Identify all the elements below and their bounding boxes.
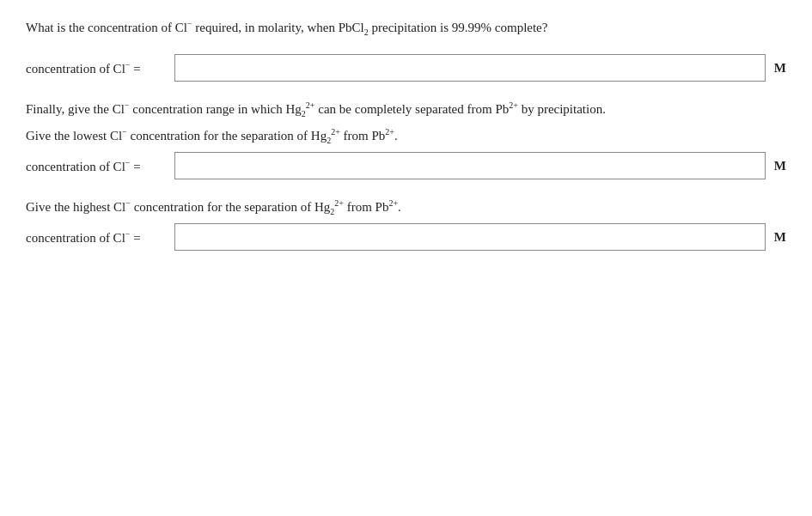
pb-sup-low: 2+ [385, 127, 394, 137]
pb-sup-2intro: 2+ [509, 100, 518, 110]
q3-high-input-label: concentration of Cl− = [26, 229, 168, 246]
q3-high-unit: M [772, 230, 786, 245]
hg2-sub: 2 [302, 109, 306, 118]
q2-lowest-answer-input[interactable] [174, 152, 766, 179]
cl-sup-high: − [125, 198, 131, 208]
hg2-sup-low: 2+ [331, 127, 340, 137]
q1-cl-sup: − [125, 60, 131, 70]
question-2-intro-text: Finally, give the Cl− concentration rang… [26, 99, 786, 120]
question-3-block: Give the highest Cl− concentration for t… [26, 197, 786, 218]
q2-low-input-label: concentration of Cl− = [26, 158, 168, 174]
question-1-input-row: concentration of Cl− = M [26, 54, 786, 82]
question-1-block: What is the concentration of Cl− require… [26, 17, 786, 82]
hg2-sub-low: 2 [327, 136, 331, 145]
q1-unit: M [772, 61, 786, 76]
cl-sup-low: − [122, 127, 127, 137]
pb-sup-high: 2+ [388, 198, 398, 208]
question-2-lowest-text: Give the lowest Cl− concentration for th… [26, 125, 786, 147]
pbcl2-subscript: 2 [364, 27, 369, 37]
q3-highest-answer-input[interactable] [174, 223, 766, 251]
q2-low-cl-sup: − [125, 158, 131, 167]
q2-low-unit: M [772, 159, 786, 173]
question-1-text: What is the concentration of Cl− require… [26, 17, 786, 39]
question-2-lowest-input-row: concentration of Cl− = M [26, 152, 786, 179]
hg2-sub-high: 2 [330, 207, 334, 216]
chloride-superscript-1: − [187, 19, 192, 28]
q1-input-label: concentration of Cl− = [26, 60, 168, 76]
hg2-sup-high: 2+ [334, 198, 344, 208]
question-3-highest-text: Give the highest Cl− concentration for t… [26, 197, 786, 218]
question-2-block: Finally, give the Cl− concentration rang… [26, 99, 786, 147]
cl-sup-2intro: − [125, 100, 130, 110]
hg2-sup: 2+ [306, 100, 315, 110]
q1-answer-input[interactable] [174, 54, 766, 82]
q3-high-cl-sup: − [125, 229, 131, 239]
question-3-highest-input-row: concentration of Cl− = M [26, 223, 786, 251]
